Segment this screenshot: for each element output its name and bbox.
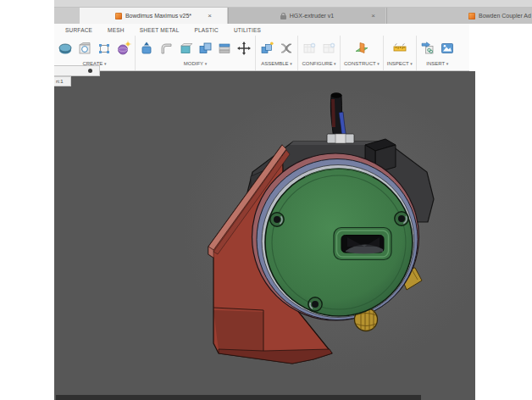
screw-hole[interactable] bbox=[395, 212, 408, 225]
tab-bowden-coupler[interactable]: Bowden Coupler Ad bbox=[386, 8, 532, 24]
insert-derive-icon[interactable] bbox=[420, 41, 435, 56]
tab-hgx-extruder[interactable]: HGX-extruder v1 × bbox=[228, 8, 385, 24]
group-label-construct[interactable]: CONSTRUCT ▾ bbox=[344, 61, 380, 66]
insert-image-icon[interactable] bbox=[440, 41, 455, 56]
tab-title: HGX-extruder v1 bbox=[290, 13, 335, 19]
group-configure: CONFIGURE ▾ bbox=[298, 36, 341, 70]
move-icon[interactable] bbox=[236, 41, 252, 56]
ribbon-tab-utilities[interactable]: UTILITIES bbox=[226, 27, 269, 33]
document-tabbar: Bowdimus Maximus v25* × HGX-extruder v1 … bbox=[54, 8, 532, 24]
construction-plane-icon[interactable] bbox=[354, 41, 369, 56]
close-icon[interactable]: × bbox=[371, 13, 375, 19]
sketch-icon[interactable] bbox=[97, 41, 112, 56]
viewing-slot[interactable] bbox=[334, 228, 391, 260]
ribbon-tab-sheet-metal[interactable]: SHEET METAL bbox=[132, 27, 187, 33]
browser-node-label: rt:1 bbox=[56, 79, 64, 84]
browser-node-remnant[interactable]: rt:1 bbox=[54, 76, 71, 86]
joint-icon[interactable] bbox=[279, 41, 294, 56]
fillet-icon[interactable] bbox=[158, 41, 174, 56]
new-component-icon[interactable] bbox=[259, 41, 274, 56]
screenshot-canvas: { "icons": { "close": "×", "dropdown": "… bbox=[0, 0, 532, 400]
configuration-insert-icon[interactable] bbox=[321, 41, 336, 56]
screw-hole[interactable] bbox=[308, 297, 322, 311]
model-viewport[interactable] bbox=[54, 71, 475, 400]
sphere-sun-icon[interactable] bbox=[116, 41, 131, 56]
tab-title: Bowden Coupler Ad bbox=[479, 13, 531, 19]
offset-face-icon[interactable] bbox=[217, 41, 232, 56]
group-label-modify[interactable]: MODIFY ▾ bbox=[184, 61, 207, 66]
browser-dot-icon bbox=[88, 69, 92, 73]
toolbar-groups: CREATE ▾ MODIFY ▾ ASSEMBLE ▾ bbox=[54, 36, 469, 70]
group-inspect: INSPECT ▾ bbox=[384, 36, 417, 70]
ribbon-tab-mesh[interactable]: MESH bbox=[100, 27, 132, 33]
group-modify: MODIFY ▾ bbox=[136, 36, 256, 70]
timeline-bar-remnant[interactable] bbox=[56, 395, 421, 400]
tab-bowdimus-maximus[interactable]: Bowdimus Maximus v25* × bbox=[80, 8, 227, 24]
ribbon: SURFACE MESH SHEET METAL PLASTIC UTILITI… bbox=[54, 24, 469, 71]
combine-icon[interactable] bbox=[197, 41, 213, 56]
shell-icon[interactable] bbox=[178, 41, 193, 56]
measure-icon[interactable] bbox=[392, 41, 407, 56]
group-insert: INSERT ▾ bbox=[417, 36, 458, 70]
lock-icon bbox=[280, 15, 286, 19]
ribbon-tab-surface[interactable]: SURFACE bbox=[58, 27, 100, 33]
titlebar-strip bbox=[54, 0, 532, 8]
wire-connector[interactable] bbox=[327, 134, 354, 143]
tab-title: Bowdimus Maximus v25* bbox=[125, 13, 191, 19]
group-assemble: ASSEMBLE ▾ bbox=[256, 36, 298, 70]
browser-panel-remnant[interactable] bbox=[54, 65, 100, 76]
group-construct: CONSTRUCT ▾ bbox=[341, 36, 384, 70]
fusion-document-icon bbox=[468, 13, 475, 19]
group-label-configure[interactable]: CONFIGURE ▾ bbox=[302, 61, 335, 66]
fusion-document-icon bbox=[115, 13, 122, 19]
form-icon[interactable] bbox=[58, 41, 73, 56]
ribbon-tab-plastic[interactable]: PLASTIC bbox=[186, 27, 226, 33]
group-label-inspect[interactable]: INSPECT ▾ bbox=[387, 61, 413, 66]
configuration-table-icon[interactable] bbox=[302, 41, 317, 56]
model-canvas[interactable] bbox=[54, 71, 475, 400]
group-label-assemble[interactable]: ASSEMBLE ▾ bbox=[261, 61, 292, 66]
ribbon-tab-row: SURFACE MESH SHEET METAL PLASTIC UTILITI… bbox=[54, 24, 469, 36]
group-label-insert[interactable]: INSERT ▾ bbox=[426, 61, 448, 66]
press-pull-icon[interactable] bbox=[139, 41, 154, 56]
screw-hole[interactable] bbox=[270, 213, 285, 227]
box-hole-icon[interactable] bbox=[77, 41, 92, 56]
fusion360-window: Bowdimus Maximus v25* × HGX-extruder v1 … bbox=[54, 0, 532, 400]
close-icon[interactable]: × bbox=[208, 13, 212, 19]
